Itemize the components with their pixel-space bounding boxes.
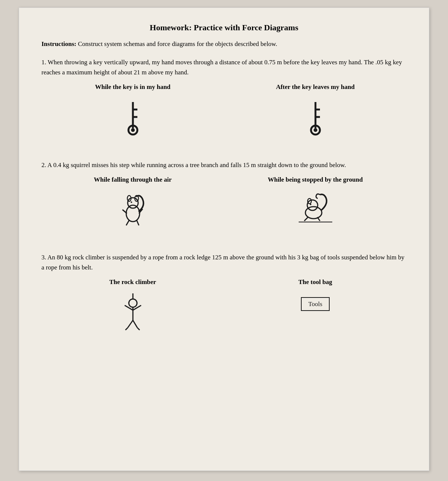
key-icon-left [122, 98, 144, 141]
problem-2-text: 2. A 0.4 kg squirrel misses his step whi… [41, 160, 407, 170]
svg-line-15 [126, 220, 129, 225]
rock-climber-icon [118, 293, 148, 339]
problem-3-diagrams: The rock climber [41, 278, 407, 347]
page-title: Homework: Practice with Force Diagrams [41, 23, 407, 33]
problem-2-label-left: While falling through the air [94, 176, 171, 184]
svg-line-30 [133, 305, 141, 310]
svg-line-32 [133, 320, 137, 328]
svg-line-31 [128, 320, 133, 328]
squirrel-falling-icon [118, 191, 148, 234]
instructions-label: Instructions: [41, 40, 77, 47]
problem-1-text: 1. When throwing a key vertically upward… [41, 57, 407, 77]
problem-3-label-left: The rock climber [109, 278, 156, 286]
tool-bag-label: Tools [308, 300, 323, 308]
svg-point-4 [131, 128, 135, 132]
problem-3-text: 3. An 80 kg rock climber is suspended by… [41, 252, 407, 272]
problem-1: 1. When throwing a key vertically upward… [41, 57, 407, 149]
svg-point-22 [310, 204, 311, 205]
instructions: Instructions: Construct system schemas a… [41, 39, 407, 49]
problem-1-label-right: After the key leaves my hand [276, 83, 355, 91]
problem-2-label-right: While being stopped by the ground [268, 176, 363, 184]
svg-line-16 [137, 220, 139, 225]
problem-1-diagrams: While the key is in my hand [41, 83, 407, 149]
problem-2: 2. A 0.4 kg squirrel misses his step whi… [41, 160, 407, 241]
problem-3-diagram-left: The rock climber [50, 278, 215, 347]
tool-bag-icon: Tools [301, 293, 330, 311]
instructions-text: Construct system schemas and force diagr… [78, 40, 277, 47]
problem-3-label-right: The tool bag [298, 278, 332, 286]
problem-2-diagram-right: While being stopped by the ground [233, 176, 397, 237]
tool-bag-box: Tools [301, 297, 330, 311]
problem-1-label-left: While the key is in my hand [95, 83, 170, 91]
svg-line-34 [137, 328, 140, 330]
svg-point-9 [314, 128, 317, 132]
svg-line-23 [304, 217, 308, 221]
problem-3-diagram-right: The tool bag Tools [233, 278, 397, 318]
problem-2-diagrams: While falling through the air [41, 176, 407, 241]
svg-point-20 [307, 200, 318, 210]
squirrel-stopped-icon [297, 191, 334, 230]
svg-line-33 [125, 328, 128, 330]
problem-3: 3. An 80 kg rock climber is suspended by… [41, 252, 407, 347]
svg-point-27 [129, 299, 137, 307]
page-container: Homework: Practice with Force Diagrams I… [19, 7, 429, 471]
key-icon-right [304, 98, 327, 141]
problem-1-diagram-right: After the key leaves my hand [233, 83, 397, 149]
problem-2-diagram-left: While falling through the air [50, 176, 215, 241]
problem-1-diagram-left: While the key is in my hand [50, 83, 215, 149]
svg-point-14 [131, 201, 132, 203]
svg-line-29 [125, 305, 133, 310]
svg-point-11 [128, 198, 138, 208]
